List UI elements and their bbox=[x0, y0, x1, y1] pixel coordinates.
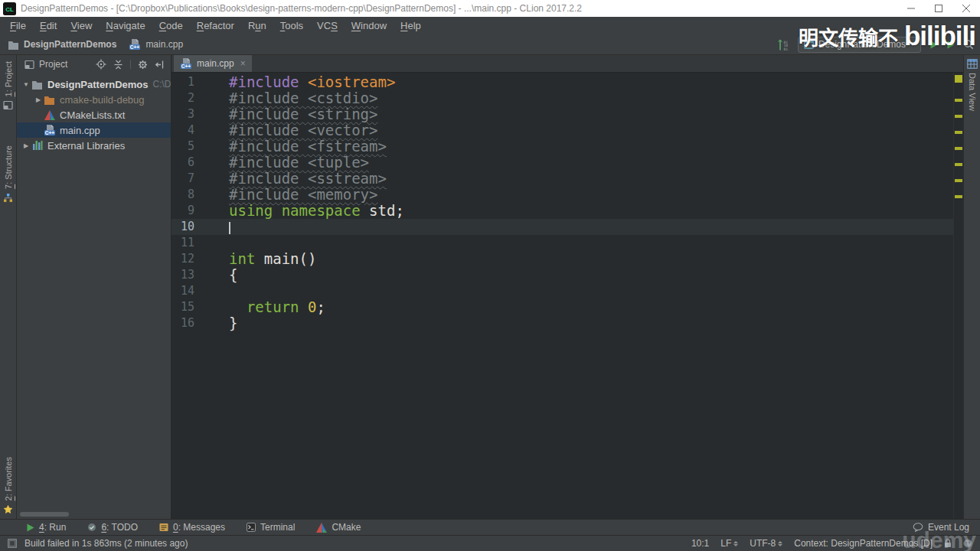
debug-run-icon[interactable] bbox=[946, 41, 955, 49]
warning-stripe-mark[interactable] bbox=[955, 195, 962, 198]
caret-position[interactable]: 10:1 bbox=[691, 538, 709, 549]
expander-icon[interactable]: ▶ bbox=[34, 96, 43, 103]
code-line-2[interactable]: 2#include <cstdio> bbox=[172, 90, 953, 106]
code-line-12[interactable]: 12int main() bbox=[172, 251, 953, 267]
line-number[interactable]: 12 bbox=[172, 251, 194, 267]
menu-item-edit[interactable]: Edit bbox=[33, 20, 64, 31]
menu-item-window[interactable]: Window bbox=[345, 20, 394, 31]
code-line-10[interactable]: 10 bbox=[172, 219, 953, 235]
line-number[interactable]: 9 bbox=[172, 203, 194, 219]
line-number[interactable]: 3 bbox=[172, 106, 194, 122]
speech-bubble-icon bbox=[913, 523, 923, 532]
warning-stripe-mark[interactable] bbox=[955, 99, 962, 102]
line-number[interactable]: 15 bbox=[172, 299, 194, 315]
tool-button-0-messages[interactable]: 0: Messages bbox=[159, 522, 225, 533]
tool-button-project[interactable]: 1: Project bbox=[3, 61, 13, 110]
line-number[interactable]: 13 bbox=[172, 267, 194, 283]
code-line-1[interactable]: 1#include <iostream> bbox=[172, 74, 953, 90]
breadcrumb-main.cpp[interactable]: C++main.cpp bbox=[129, 38, 183, 51]
menu-item-tools[interactable]: Tools bbox=[273, 20, 310, 31]
line-number[interactable]: 2 bbox=[172, 90, 194, 106]
menu-item-navigate[interactable]: Navigate bbox=[99, 20, 152, 31]
file-status-indicator[interactable] bbox=[955, 75, 962, 83]
line-number[interactable]: 11 bbox=[172, 235, 194, 251]
memory-view-icon[interactable]: 011001 bbox=[778, 39, 789, 51]
encoding-select[interactable]: UTF-8 bbox=[750, 538, 782, 549]
code-line-16[interactable]: 16} bbox=[172, 315, 953, 331]
horizontal-scrollbar[interactable] bbox=[20, 512, 69, 517]
tree-item-cmake-build-debug[interactable]: ▶cmake-build-debug bbox=[17, 92, 171, 107]
tree-item-designpatterndemos[interactable]: ▼DesignPatternDemosC:\Drop bbox=[17, 77, 171, 92]
code-line-13[interactable]: 13{ bbox=[172, 267, 953, 283]
code-line-14[interactable]: 14 bbox=[172, 283, 953, 299]
code-line-7[interactable]: 7#include <sstream> bbox=[172, 171, 953, 187]
code-line-5[interactable]: 5#include <fstream> bbox=[172, 139, 953, 155]
code-line-3[interactable]: 3#include <string> bbox=[172, 106, 953, 122]
code-line-6[interactable]: 6#include <tuple> bbox=[172, 155, 953, 171]
line-number[interactable]: 10 bbox=[172, 219, 194, 235]
tool-button-structure[interactable]: 7: Structure bbox=[3, 145, 13, 203]
close-tab-icon[interactable]: × bbox=[240, 58, 246, 69]
gear-icon[interactable] bbox=[138, 60, 148, 70]
lock-icon[interactable] bbox=[944, 539, 952, 548]
code-line-11[interactable]: 11 bbox=[172, 235, 953, 251]
tree-item-cmakelists-txt[interactable]: CMakeLists.txt bbox=[17, 107, 171, 122]
event-log-button[interactable]: Event Log bbox=[913, 522, 969, 533]
warning-stripe-mark[interactable] bbox=[955, 147, 962, 150]
code-line-9[interactable]: 9using namespace std; bbox=[172, 203, 953, 219]
tab-main-cpp[interactable]: C++ main.cpp × bbox=[174, 55, 252, 72]
tool-window-switcher-icon[interactable] bbox=[8, 539, 17, 548]
tree-item-external-libraries[interactable]: ▶External Libraries bbox=[17, 138, 171, 153]
code-text: #include <vector> bbox=[194, 122, 377, 139]
line-number[interactable]: 14 bbox=[172, 283, 194, 299]
inspections-profile-icon[interactable] bbox=[963, 539, 972, 548]
context-indicator[interactable]: Context: DesignPatternDemos [D] bbox=[794, 538, 933, 549]
line-number[interactable]: 6 bbox=[172, 155, 194, 171]
code-text bbox=[194, 219, 230, 235]
svg-text:C++: C++ bbox=[181, 64, 191, 69]
clion-window: CL DesignPatternDemos - [C:\Dropbox\Publ… bbox=[0, 0, 980, 551]
star-icon bbox=[3, 504, 13, 514]
hide-panel-icon[interactable] bbox=[155, 60, 165, 70]
code-line-15[interactable]: 15 return 0; bbox=[172, 299, 953, 315]
close-button[interactable] bbox=[952, 0, 980, 17]
tool-button-terminal[interactable]: Terminal bbox=[247, 522, 295, 533]
tool-button-6-todo[interactable]: 6: TODO bbox=[87, 522, 138, 533]
maximize-button[interactable] bbox=[925, 0, 952, 17]
tool-button-cmake[interactable]: CMake bbox=[316, 522, 361, 533]
menu-item-help[interactable]: Help bbox=[394, 20, 428, 31]
warning-stripe-mark[interactable] bbox=[955, 163, 962, 166]
code-line-8[interactable]: 8#include <memory> bbox=[172, 187, 953, 203]
code-area[interactable]: 1#include <iostream>2#include <cstdio>3#… bbox=[172, 73, 953, 519]
line-number[interactable]: 16 bbox=[172, 315, 194, 331]
menu-item-file[interactable]: File bbox=[3, 20, 33, 31]
search-everywhere-icon[interactable] bbox=[963, 39, 974, 50]
expander-icon[interactable]: ▶ bbox=[21, 142, 31, 149]
menu-item-vcs[interactable]: VCS bbox=[310, 20, 345, 31]
tool-button-4-run[interactable]: 4: Run bbox=[26, 522, 66, 533]
warning-stripe-mark[interactable] bbox=[955, 131, 962, 134]
line-number[interactable]: 1 bbox=[172, 74, 194, 90]
expander-icon[interactable]: ▼ bbox=[21, 81, 31, 88]
run-button[interactable] bbox=[929, 41, 938, 49]
menu-item-run[interactable]: Run bbox=[241, 20, 273, 31]
tool-button-favorites[interactable]: 2: Favorites bbox=[3, 457, 13, 514]
line-number[interactable]: 8 bbox=[172, 187, 194, 203]
line-number[interactable]: 5 bbox=[172, 139, 194, 155]
run-configuration-select[interactable]: DesignPatternDemos bbox=[798, 37, 921, 53]
code-line-4[interactable]: 4#include <vector> bbox=[172, 122, 953, 139]
breadcrumb-designpatterndemos[interactable]: DesignPatternDemos bbox=[8, 39, 116, 50]
menu-item-view[interactable]: View bbox=[64, 20, 99, 31]
minimize-button[interactable] bbox=[897, 0, 925, 17]
line-number[interactable]: 4 bbox=[172, 122, 194, 139]
warning-stripe-mark[interactable] bbox=[955, 179, 962, 182]
tree-item-main-cpp[interactable]: C++main.cpp bbox=[17, 122, 171, 138]
menu-item-refactor[interactable]: Refactor bbox=[190, 20, 241, 31]
warning-stripe-mark[interactable] bbox=[955, 115, 962, 118]
collapse-all-icon[interactable] bbox=[113, 60, 123, 70]
menu-item-code[interactable]: Code bbox=[152, 20, 190, 31]
line-number[interactable]: 7 bbox=[172, 171, 194, 187]
tool-button-data-view[interactable]: Data View bbox=[967, 59, 978, 111]
locate-icon[interactable] bbox=[96, 59, 106, 70]
line-separator-select[interactable]: LF bbox=[720, 538, 738, 549]
